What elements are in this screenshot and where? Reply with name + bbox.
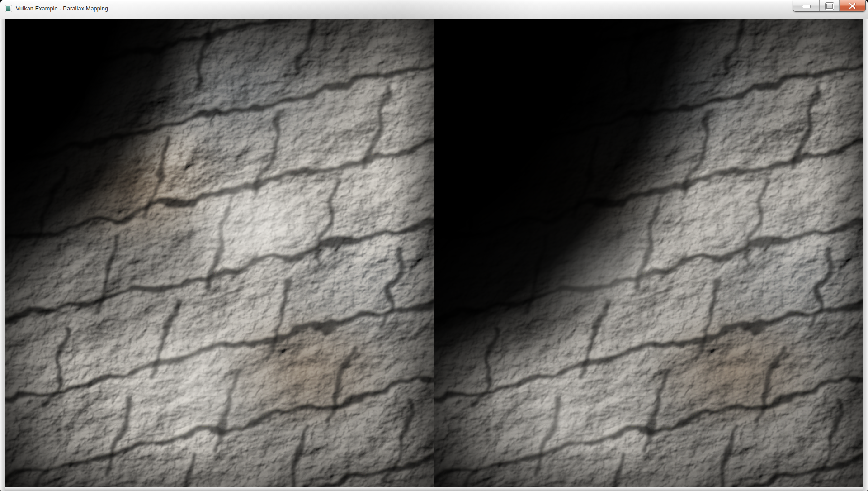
rock-render-left (5, 19, 434, 487)
close-icon (849, 3, 856, 9)
minimize-button[interactable] (793, 0, 820, 11)
app-window: Vulkan Example - Parallax Mapping (0, 0, 868, 491)
resize-border-left[interactable] (0, 19, 5, 491)
render-viewport[interactable] (5, 19, 863, 487)
resize-border-right[interactable] (863, 19, 868, 491)
window-controls (793, 0, 866, 12)
close-button[interactable] (840, 0, 865, 11)
minimize-icon (802, 5, 811, 8)
resize-border-bottom[interactable] (5, 487, 863, 491)
window-title: Vulkan Example - Parallax Mapping (16, 5, 108, 12)
desktop: { "window": { "title": "Vulkan Example -… (0, 0, 868, 491)
render-panel-right (434, 19, 863, 487)
app-icon-glyph (6, 6, 10, 11)
app-icon[interactable] (5, 5, 12, 12)
maximize-icon (826, 3, 834, 10)
rock-render-right (434, 19, 863, 487)
maximize-button[interactable] (820, 0, 840, 11)
window-titlebar[interactable]: Vulkan Example - Parallax Mapping (0, 0, 868, 19)
app-icon-glyph-light (10, 6, 11, 11)
render-panel-left (5, 19, 434, 487)
